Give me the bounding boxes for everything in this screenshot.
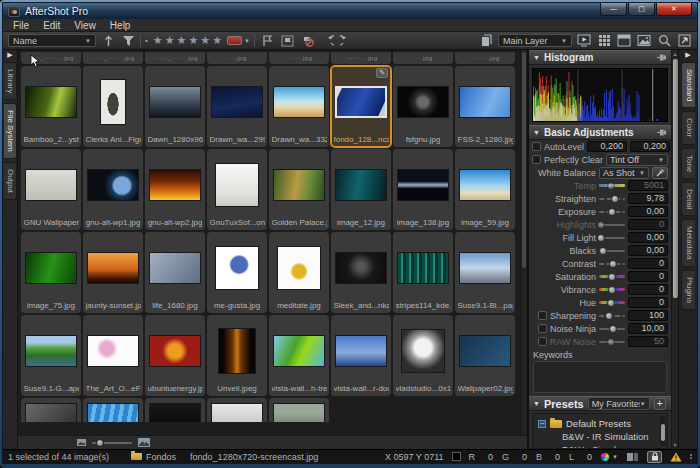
star-icon[interactable]: ★ bbox=[176, 35, 188, 46]
thumbnail-cell[interactable]: ✎fondo_128...ncast.jpg bbox=[331, 66, 391, 147]
slider-value[interactable]: 0,00 bbox=[628, 245, 668, 256]
basic-adjustments-header[interactable]: ▼ Basic Adjustments bbox=[529, 125, 671, 140]
thumbnail-cell[interactable]: jaunty-sunset.jpg bbox=[83, 232, 143, 313]
preset-folder[interactable]: − Default Presets bbox=[538, 417, 655, 430]
slider-handle[interactable] bbox=[608, 208, 616, 216]
slider-value[interactable]: 0 bbox=[628, 258, 668, 269]
scroll-down-icon[interactable]: ▼ bbox=[672, 442, 678, 448]
preset-item[interactable]: B&W - IR Simulation bbox=[538, 430, 655, 443]
thumbnail-cell[interactable]: The_Art_O...eFear.jpg bbox=[83, 315, 143, 396]
thumbnail-cell[interactable]: gnu-alt-wp2.jpg bbox=[145, 149, 205, 230]
grid-scrollbar-thumb[interactable] bbox=[522, 52, 526, 268]
thumbnail-zoom-slider[interactable] bbox=[92, 442, 132, 444]
slider-value[interactable]: 5001 bbox=[628, 180, 668, 191]
slider-value[interactable]: 9,78 bbox=[628, 193, 668, 204]
tint-dropdown[interactable]: Tint Off ▼ bbox=[606, 154, 668, 166]
slider-track[interactable] bbox=[599, 207, 625, 217]
slider-value[interactable]: 100 bbox=[628, 310, 668, 321]
rating-none-icon[interactable]: • bbox=[145, 36, 148, 45]
scroll-up-icon[interactable]: ▲ bbox=[672, 51, 678, 57]
thumbnail-cell[interactable]: stripes114_kde.jpg bbox=[393, 232, 453, 313]
thumbnail-cell[interactable]: ·······.jpg bbox=[455, 52, 515, 64]
close-button[interactable]: ✕ bbox=[656, 3, 692, 16]
collapse-left-panel-icon[interactable]: ▶ bbox=[7, 51, 12, 59]
slider-handle[interactable] bbox=[607, 299, 615, 307]
thumbnail-cell[interactable] bbox=[145, 398, 205, 422]
presets-scrollbar-thumb[interactable] bbox=[661, 424, 665, 441]
thumbnail-cell[interactable] bbox=[207, 398, 267, 422]
grid-scrollbar[interactable] bbox=[520, 50, 527, 435]
thumbnail-cell[interactable]: Drawn_wa...299_.jpg bbox=[207, 66, 267, 147]
menu-item-file[interactable]: File bbox=[6, 19, 36, 32]
presets-header[interactable]: ▼ Presets My Favorites ▼ + bbox=[529, 396, 671, 411]
thumbnail-cell[interactable]: vista-wall...r-dock.jpg bbox=[331, 315, 391, 396]
histogram-panel-header[interactable]: ▼ Histogram bbox=[529, 50, 671, 65]
slider-track[interactable] bbox=[599, 233, 625, 243]
color-profile-dropdown[interactable]: ▼ bbox=[600, 452, 618, 462]
tab-metadata[interactable]: Metadata bbox=[681, 219, 695, 266]
noise-ninja-checkbox[interactable] bbox=[538, 324, 547, 333]
thumbnail-cell[interactable]: Suse9.1-Bl...papers.jpg bbox=[455, 232, 515, 313]
thumbnail-cell[interactable]: ·····_······.jpg bbox=[83, 52, 143, 64]
thumbnail-cell[interactable]: Golden Palace.jpg bbox=[269, 149, 329, 230]
resize-grip[interactable] bbox=[690, 454, 692, 459]
slider-track[interactable] bbox=[599, 246, 625, 256]
fullscreen-icon[interactable] bbox=[676, 33, 692, 48]
slider-track[interactable] bbox=[599, 298, 625, 308]
menu-item-help[interactable]: Help bbox=[103, 19, 138, 32]
thumbnail-cell[interactable]: image_59.jpg bbox=[455, 149, 515, 230]
tab-plugins[interactable]: Plugins bbox=[681, 270, 695, 310]
slider-handle[interactable] bbox=[608, 286, 616, 294]
raw-noise-checkbox[interactable] bbox=[538, 337, 547, 346]
slider-value[interactable]: 0,00 bbox=[628, 232, 668, 243]
grid-view-icon[interactable] bbox=[596, 33, 612, 48]
thumbnail-cell[interactable]: GNU Wallpaper 2.jpg bbox=[21, 149, 81, 230]
tab-color[interactable]: Color bbox=[681, 111, 695, 144]
slider-track[interactable] bbox=[599, 324, 625, 334]
thumbnail-cell[interactable]: image_75.jpg bbox=[21, 232, 81, 313]
slider-handle[interactable] bbox=[607, 338, 615, 346]
slider-value[interactable]: 0,00 bbox=[628, 206, 668, 217]
preset-item[interactable]: B&W - Simple bbox=[538, 443, 655, 449]
thumbnail-cell[interactable]: GnuTuxSof...on-v1.jpg bbox=[207, 149, 267, 230]
star-icon[interactable]: ★ bbox=[211, 35, 223, 46]
thumbnail-zoom-handle[interactable] bbox=[96, 439, 104, 447]
layers-icon[interactable] bbox=[478, 33, 494, 48]
slideshow-icon[interactable] bbox=[576, 33, 592, 48]
thumbnail-cell[interactable]: ubuntuenergy.jpg bbox=[145, 315, 205, 396]
slider-handle[interactable] bbox=[597, 234, 605, 242]
folder-breadcrumb[interactable]: Fondos bbox=[131, 452, 176, 462]
thumbnail-cell[interactable] bbox=[21, 398, 81, 422]
pin-icon[interactable] bbox=[656, 128, 667, 137]
tab-tone[interactable]: Tone bbox=[681, 148, 695, 179]
thumbnail-cell[interactable]: Wallpaper02.jpg bbox=[455, 315, 515, 396]
preview-icon[interactable] bbox=[636, 33, 652, 48]
thumbnail-cell[interactable]: ···.jpg bbox=[393, 52, 453, 64]
collapse-caret-icon[interactable]: ▼ bbox=[533, 400, 540, 407]
slider-track[interactable] bbox=[599, 311, 625, 321]
collapse-right-panel-icon[interactable]: ▶ bbox=[685, 51, 690, 59]
thumbnail-cell[interactable]: vista-wall...h-tree.jpg bbox=[269, 315, 329, 396]
thumbnail-cell[interactable]: image_138.jpg bbox=[393, 149, 453, 230]
slider-handle[interactable] bbox=[609, 325, 617, 333]
thumbnail-cell[interactable]: ··–·····.jpg bbox=[331, 52, 391, 64]
sharpening-checkbox[interactable] bbox=[538, 311, 547, 320]
slider-value[interactable]: 0 bbox=[628, 219, 668, 230]
zoom-out-thumbnails-icon[interactable] bbox=[76, 438, 87, 447]
thumbnail-cell[interactable]: vladstudio...0x1024.jpg bbox=[393, 315, 453, 396]
thumbnail-cell[interactable]: Bamboo_2...ysha.jpg bbox=[21, 66, 81, 147]
slider-value[interactable]: 10,00 bbox=[628, 323, 668, 334]
slider-track[interactable] bbox=[599, 181, 625, 191]
keywords-textarea[interactable] bbox=[533, 361, 667, 393]
thumbnail-cell[interactable]: ···.jpg bbox=[207, 52, 267, 64]
presets-scrollbar[interactable] bbox=[660, 416, 666, 446]
dual-view-icon[interactable] bbox=[626, 452, 639, 462]
slider-handle[interactable] bbox=[599, 247, 607, 255]
star-icon[interactable]: ★ bbox=[152, 35, 164, 46]
thumbnail-cell[interactable]: Sleek_and...nkahn.jpg bbox=[331, 232, 391, 313]
star-icon[interactable]: ★ bbox=[187, 35, 199, 46]
thumbnail-cell[interactable]: fsfgnu.jpg bbox=[393, 66, 453, 147]
thumbnail-cell[interactable]: life_1680.jpg bbox=[145, 232, 205, 313]
lock-button[interactable] bbox=[647, 451, 662, 463]
menu-item-edit[interactable]: Edit bbox=[36, 19, 67, 32]
